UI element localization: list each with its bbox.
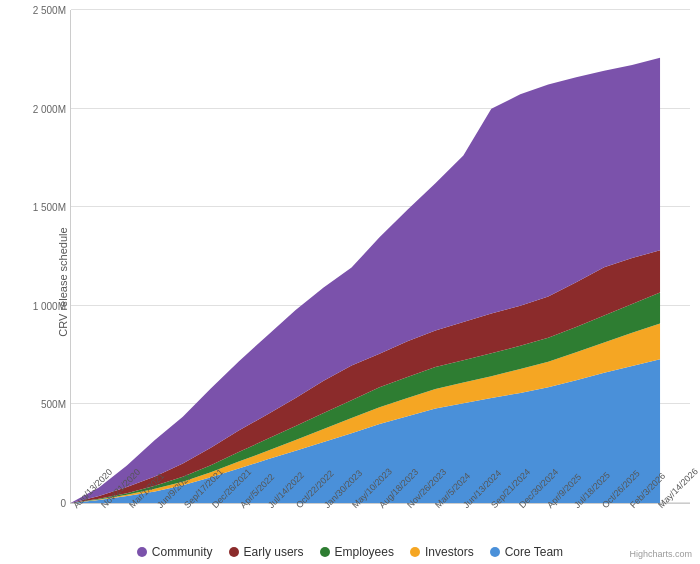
legend-community-label: Community [152,545,213,559]
y-tick-1000m: 1 000M [33,300,66,311]
y-tick-2500m: 2 500M [33,5,66,16]
y-tick-1500m: 1 500M [33,202,66,213]
y-tick-2000m: 2 000M [33,103,66,114]
legend-employees: Employees [320,545,394,559]
legend-early-users-dot [229,547,239,557]
y-tick-500m: 500M [41,399,66,410]
y-axis-label: CRV release schedule [57,227,69,336]
legend: Community Early users Employees Investor… [0,545,700,559]
legend-core-team: Core Team [490,545,563,559]
legend-community: Community [137,545,213,559]
legend-core-team-dot [490,547,500,557]
chart-area: 0 500M 1 000M 1 500M 2 000M 2 500M [70,10,690,504]
legend-employees-dot [320,547,330,557]
legend-community-dot [137,547,147,557]
legend-investors-dot [410,547,420,557]
highcharts-credit: Highcharts.com [629,549,692,559]
legend-investors-label: Investors [425,545,474,559]
legend-employees-label: Employees [335,545,394,559]
legend-early-users: Early users [229,545,304,559]
legend-investors: Investors [410,545,474,559]
chart-container: CRV release schedule 0 500M 1 000M 1 500… [0,0,700,564]
legend-core-team-label: Core Team [505,545,563,559]
y-tick-0: 0 [60,498,66,509]
chart-svg [71,10,690,503]
legend-early-users-label: Early users [244,545,304,559]
